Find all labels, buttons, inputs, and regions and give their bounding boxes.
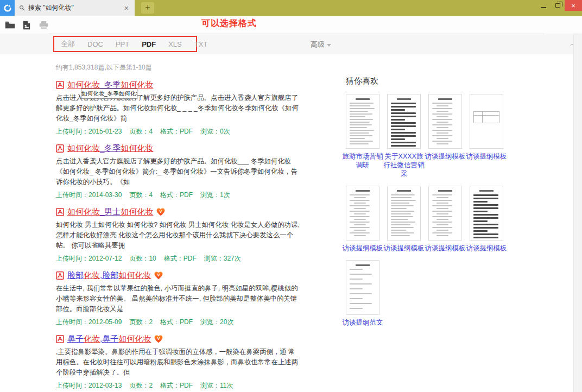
thumb-text-line xyxy=(350,113,372,115)
filter-bar: 全部DOCPPTPDFXLSTXT 高级 ︿ xyxy=(0,34,582,54)
thumb-text-line xyxy=(350,283,372,284)
thumb-text-line xyxy=(432,211,452,212)
recommend-card-label[interactable]: 访谈提纲范文 xyxy=(341,318,384,327)
meta-upload: 上传时间：2012-03-13 xyxy=(56,382,122,389)
recommend-card-label[interactable]: 旅游市场营销调研 xyxy=(341,152,384,169)
meta-views: 浏览：0次 xyxy=(200,128,230,135)
restore-button[interactable] xyxy=(551,0,565,11)
save-document-button[interactable] xyxy=(21,20,32,30)
recommend-card-label[interactable]: 关于XXXX旅行社微信营销采 xyxy=(382,152,426,178)
thumb-text-line xyxy=(391,103,416,104)
thumb-title-line xyxy=(397,190,411,192)
meta-upload: 上传时间：2012-05-09 xyxy=(56,318,122,326)
thumb-title-line xyxy=(356,98,370,100)
doc-thumbnail xyxy=(346,260,379,315)
thumb-text-line xyxy=(432,222,452,223)
recommend-card-label[interactable]: 访谈提纲模板 xyxy=(382,244,426,252)
recommend-card-label[interactable]: 访谈提纲模板 xyxy=(423,244,467,252)
pdf-icon xyxy=(56,81,64,89)
recommend-card-label[interactable]: 访谈提纲模板 xyxy=(465,152,508,161)
format-tab-all[interactable]: 全部 xyxy=(61,39,75,49)
recommend-card[interactable]: 访谈提纲范文 xyxy=(346,260,379,327)
thumb-text-line xyxy=(350,232,370,233)
meta-pages: 页数：2 xyxy=(129,318,153,326)
recommend-card-label[interactable]: 访谈提纲模板 xyxy=(341,244,384,252)
thumb-text-line xyxy=(436,105,448,106)
thumb-text-line xyxy=(354,208,366,209)
app-logo-icon[interactable] xyxy=(0,0,15,16)
advanced-search-button[interactable]: 高级 xyxy=(311,40,331,49)
thumb-text-line xyxy=(432,108,452,109)
thumb-text-line xyxy=(436,111,448,112)
thumb-text-line xyxy=(350,138,365,139)
doc-thumbnail xyxy=(346,186,379,241)
scrollbar-track[interactable] xyxy=(573,34,582,392)
recommend-card[interactable]: 访谈提纲模板 xyxy=(387,186,421,252)
thumb-text-line xyxy=(436,197,448,198)
thumb-text-line xyxy=(432,103,452,104)
result-title-link[interactable]: 如何化妆_男士如何化妆 xyxy=(67,207,153,217)
result-title-link[interactable]: 鼻子化妆,鼻子如何化妆 xyxy=(67,334,151,344)
toolbar xyxy=(0,16,582,34)
recommendations-title: 猜你喜欢 xyxy=(346,76,514,86)
result-title: 鼻子化妆,鼻子如何化妆V xyxy=(56,333,306,344)
thumb-text-line xyxy=(436,116,448,117)
format-tab-ppt[interactable]: PPT xyxy=(116,40,129,48)
meta-pages: 页数：4 xyxy=(129,128,153,135)
thumb-text-line xyxy=(432,205,452,206)
open-file-button[interactable] xyxy=(4,20,15,30)
thumb-text-line xyxy=(350,194,370,195)
format-tab-txt[interactable]: TXT xyxy=(194,40,208,48)
result-title-link[interactable]: 脸部化妆,脸部如何化妆 xyxy=(67,270,151,281)
thumb-text-line xyxy=(391,145,416,147)
recommend-card[interactable]: 访谈提纲模板 xyxy=(428,186,462,252)
svg-text:V: V xyxy=(160,208,162,213)
thumb-text-line xyxy=(432,194,452,195)
thumb-text-line xyxy=(354,219,366,220)
format-tab-pdf[interactable]: PDF xyxy=(142,40,156,48)
thumb-title-line xyxy=(479,190,494,192)
close-button[interactable]: × xyxy=(565,0,582,11)
recommend-card-label[interactable]: 访谈提纲模板 xyxy=(465,244,508,252)
thumb-title-line xyxy=(438,98,452,100)
tab-title: 搜索 "如何化妆" xyxy=(28,3,123,12)
tab-close-icon[interactable]: × xyxy=(123,4,130,12)
recommend-card[interactable]: 访谈提纲模板 xyxy=(470,186,503,252)
format-tab-doc[interactable]: DOC xyxy=(87,40,103,48)
print-button[interactable] xyxy=(38,20,49,30)
thumb-text-line xyxy=(391,200,416,201)
format-tab-xls[interactable]: XLS xyxy=(168,40,182,48)
minimize-button[interactable] xyxy=(536,0,551,11)
window-controls: × xyxy=(536,0,582,11)
recommend-card-label[interactable]: 访谈提纲模板 xyxy=(423,152,467,161)
thumb-text-line xyxy=(473,220,488,222)
recommend-card[interactable]: 关于XXXX旅行社微信营销采 xyxy=(387,94,421,178)
result-title-link[interactable]: 如何化妆_冬季如何化妆 xyxy=(67,143,153,154)
new-tab-button[interactable]: + xyxy=(141,2,154,14)
thumb-text-line xyxy=(350,205,370,206)
result-meta: 上传时间：2014-03-30页数：4格式：PDF浏览：1次 xyxy=(56,191,306,199)
result-item: 鼻子化妆,鼻子如何化妆V,主要指鼻影晕染。鼻影的作用在于强调妆面的立体感，一般染… xyxy=(56,333,306,390)
thumb-text-line xyxy=(391,219,408,220)
recommend-card[interactable]: 访谈提纲模板 xyxy=(428,94,462,178)
thumb-text-line xyxy=(350,124,372,125)
result-title: 如何化妆_冬季如何化妆 xyxy=(56,143,306,154)
result-item: 如何化妆_男士如何化妆V如何化妆 男士如何化妆 如何化妆? 如何化妆 男士如何化… xyxy=(56,206,306,263)
meta-upload: 上传时间：2012-07-12 xyxy=(56,255,122,262)
result-desc: 在生活中, 我们常常以苹果红的脸色, 小巧而挺直的鼻子, 明亮如星的双眸,樱桃似… xyxy=(56,283,301,314)
thumb-text-line xyxy=(391,197,412,198)
recommend-card[interactable]: 旅游市场营销调研 xyxy=(346,94,379,178)
thumb-text-line xyxy=(391,205,414,206)
meta-views: 浏览：327次 xyxy=(204,255,241,262)
thumb-text-line xyxy=(391,122,416,124)
browser-tab[interactable]: 搜索 "如何化妆" × xyxy=(15,0,135,16)
recommend-card[interactable]: 访谈提纲模板 xyxy=(346,186,379,252)
vip-badge-icon: V xyxy=(154,271,163,280)
thumb-text-line xyxy=(391,106,416,108)
recommend-card[interactable]: 访谈提纲模板 xyxy=(470,94,503,178)
meta-format: 格式：PDF xyxy=(164,255,197,262)
meta-format: 格式：PDF xyxy=(160,191,193,199)
thumb-text-line xyxy=(350,222,370,223)
meta-upload: 上传时间：2014-03-30 xyxy=(56,191,122,199)
result-desc: 点击进入香袭人官方旗舰店了解更多好的护肤产品。如何化妆___ 冬季如何化妆《如何… xyxy=(56,156,301,187)
